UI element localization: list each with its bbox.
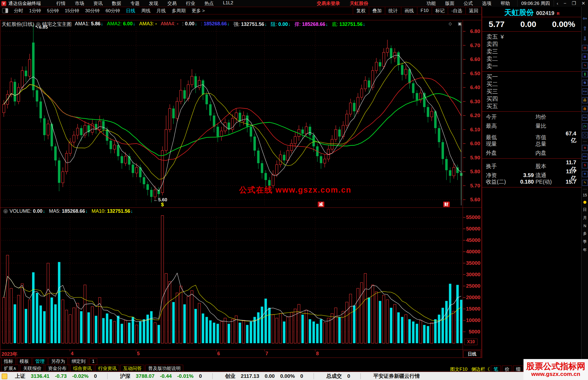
stat-label: 量比: [535, 122, 562, 130]
volume-collapse-chevron-icon[interactable]: ⌄: [3, 209, 8, 214]
status-0: 0: [94, 373, 97, 379]
circle-icon[interactable]: ◯: [582, 132, 588, 138]
field-value: -: [155, 21, 157, 26]
multi-window-icon[interactable]: ⧉: [582, 80, 588, 86]
period-quarter[interactable]: 季: [583, 239, 587, 244]
indicator-field: 强: 132751.56↓: [233, 21, 267, 28]
yellow-dot-icon[interactable]: [583, 201, 586, 204]
price-tick: 5.70: [466, 183, 480, 189]
period-multi[interactable]: 多: [583, 231, 587, 236]
quote-report-icon[interactable]: ▤: [582, 45, 588, 51]
volume-tick: 15000: [466, 306, 480, 312]
diamond-icon[interactable]: ◇: [449, 21, 452, 26]
signal-flag: 减: [319, 202, 323, 206]
period-month[interactable]: 月: [583, 215, 587, 220]
move-icon[interactable]: ✥: [582, 171, 588, 177]
tab-互动问答[interactable]: 互动问答: [120, 365, 144, 372]
price-tick: 5.60: [466, 197, 480, 203]
sell-level-row[interactable]: 卖三: [482, 48, 582, 55]
axis-ticks: [463, 31, 465, 332]
sell-level-row[interactable]: 卖二: [482, 55, 582, 62]
period-day[interactable]: 日: [583, 207, 587, 212]
main-indicator-name[interactable]: 镇宅之宝主图: [42, 21, 72, 28]
formula-icon[interactable]: ƒx: [582, 123, 588, 129]
tab-关联报价[interactable]: 关联报价: [20, 365, 44, 372]
volume-bars: [3, 215, 463, 343]
header-right-icons: ◇ ▣: [444, 21, 462, 26]
field-value: 6.00: [123, 21, 133, 26]
status-icon[interactable]: [2, 373, 7, 379]
panel-icon[interactable]: ▣: [458, 21, 462, 26]
sell-level-row[interactable]: 卖四: [482, 40, 582, 48]
down-arrow-icon: ↓: [130, 208, 133, 214]
status-3788.07: 3788.07: [136, 373, 155, 379]
s-icon[interactable]: S: [582, 162, 588, 168]
tab-普及版功能说明[interactable]: 普及版功能说明: [145, 365, 183, 372]
buy-level-row[interactable]: 买一: [482, 73, 582, 80]
custom-icon[interactable]: 自: [582, 106, 588, 112]
tab-模板[interactable]: 模板: [17, 358, 32, 365]
down-arrow-icon: ↓: [195, 21, 197, 26]
back-arrow-icon[interactable]: ⇦: [583, 15, 587, 22]
status--0.73: -0.73: [55, 373, 67, 379]
bottom-link-图文F10[interactable]: 图文F10: [450, 366, 467, 372]
sell-level-row[interactable]: 卖五¥: [482, 33, 582, 40]
buy-level-row[interactable]: 买四: [482, 95, 582, 102]
field-value: 185268.66: [302, 22, 325, 27]
bottom-link-侧边栏《[interactable]: 侧边栏《: [471, 366, 490, 372]
indicator-field: AMA4: -: [161, 21, 178, 28]
board-icon[interactable]: ▦: [582, 54, 588, 60]
stat-label: 均价: [535, 113, 562, 121]
field-label: 底:: [332, 22, 339, 27]
stat-value: 3.59: [512, 172, 535, 178]
period-year[interactable]: 年: [583, 248, 587, 253]
down-arrow-icon[interactable]: ⇩: [583, 35, 587, 42]
buy-level-row[interactable]: 买二: [482, 80, 582, 88]
tab-绑定到[interactable]: 绑定到: [69, 358, 88, 365]
status-0: 0: [347, 373, 350, 379]
field-label: AMA2:: [107, 21, 123, 26]
tab-管理[interactable]: 管理: [33, 358, 47, 365]
pencil-icon[interactable]: ✎: [582, 180, 588, 186]
f12-icon[interactable]: F12: [582, 115, 588, 121]
sell-level-row[interactable]: 卖一: [482, 62, 582, 70]
tab-指标[interactable]: 指标: [1, 358, 16, 365]
up-arrow-icon[interactable]: ⇧: [583, 25, 587, 32]
status-0.00%: 0.00%: [280, 373, 295, 379]
price-tick: 6.20: [466, 113, 480, 118]
field-label: :: [201, 21, 204, 26]
tab-另存为[interactable]: 另存为: [48, 358, 68, 365]
wave-icon[interactable]: ≋: [582, 145, 588, 151]
price-tick: 6.50: [466, 71, 480, 77]
price-tick: 5.90: [466, 155, 480, 161]
rsi-icon[interactable]: RSI: [582, 154, 588, 160]
period-indicator[interactable]: 日线: [463, 351, 481, 358]
volume-tick: 50000: [466, 226, 480, 232]
f10-icon[interactable]: F10: [582, 89, 588, 95]
symbol-period-label: 天虹股份(日线): [2, 21, 34, 28]
buy-level-row[interactable]: 买三: [482, 88, 582, 95]
trend-chart-icon[interactable]: ∿: [582, 62, 588, 68]
volume-tick: 35000: [466, 260, 480, 266]
month-label-4: 4: [71, 351, 74, 357]
period-n[interactable]: N: [583, 224, 586, 228]
tree-icon[interactable]: 品: [582, 97, 588, 103]
tab-扩展∧[interactable]: 扩展∧: [1, 365, 19, 372]
yen-symbol: ¥: [501, 34, 504, 40]
tab-行业资讯[interactable]: 行业资讯: [95, 365, 119, 372]
price-tick: 6.00: [466, 141, 480, 147]
tab-1[interactable]: 1: [89, 358, 97, 365]
indicator-field: 撑: 185268.66↓: [295, 21, 328, 28]
indicator-field: AMA2: 6.00↓: [107, 21, 135, 28]
collapse-chevron-icon[interactable]: ⌄: [36, 22, 41, 27]
month-label-6: 6: [217, 351, 220, 357]
kline-chart-icon[interactable]: ❚: [582, 71, 588, 77]
down-arrow-icon: ↓: [85, 208, 88, 214]
buy-level-row[interactable]: 买五: [482, 102, 582, 110]
tab-综合资讯[interactable]: 综合资讯: [70, 365, 94, 372]
tab-资金分布[interactable]: 资金分布: [45, 365, 69, 372]
label-15[interactable]: 15: [583, 193, 587, 197]
stat-value: 15.7: [562, 179, 578, 185]
status-0: 0: [199, 373, 202, 379]
signal-flag: $: [161, 202, 164, 207]
